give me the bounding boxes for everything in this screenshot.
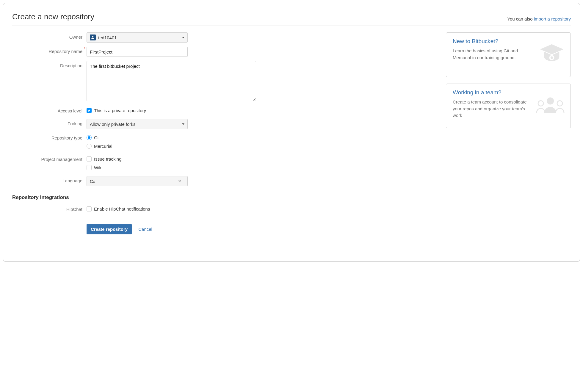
hipchat-checkbox-label: Enable HipChat notifications [94, 206, 150, 211]
create-repository-button[interactable]: Create repository [87, 224, 132, 234]
forking-select[interactable]: Allow only private forks [87, 119, 188, 129]
person-icon [90, 35, 96, 40]
import-repository-link[interactable]: import a repository [534, 16, 571, 21]
repo-type-git-radio[interactable] [87, 135, 92, 140]
hipchat-label: HipChat [12, 205, 87, 212]
owner-value: ted10401 [98, 35, 117, 40]
svg-point-1 [551, 57, 553, 59]
private-repo-checkbox-label: This is a private repository [94, 108, 146, 113]
import-hint-prefix: You can also [507, 16, 534, 21]
language-label: Language [12, 176, 87, 183]
svg-point-3 [538, 101, 543, 106]
description-textarea[interactable] [87, 61, 256, 101]
language-select[interactable]: C# ✕ [87, 176, 188, 186]
team-icon [535, 95, 565, 117]
graduation-cap-icon [538, 41, 565, 69]
project-management-label: Project management [12, 155, 87, 162]
create-repo-panel: Create a new repository You can also imp… [3, 3, 580, 262]
forking-value: Allow only private forks [90, 122, 135, 127]
panel-header: Create a new repository You can also imp… [12, 12, 571, 26]
hipchat-checkbox[interactable] [87, 206, 92, 211]
repo-name-label: Repository name [12, 47, 87, 54]
card-body: Create a team account to consolidate you… [453, 99, 527, 119]
access-level-label: Access level [12, 106, 87, 113]
page-title: Create a new repository [12, 12, 94, 21]
repo-type-mercurial-label: Mercurial [94, 144, 112, 149]
chevron-down-icon [182, 123, 184, 125]
description-label: Description [12, 61, 87, 68]
private-repo-checkbox[interactable] [87, 108, 92, 113]
owner-label: Owner [12, 32, 87, 40]
repo-type-mercurial-radio[interactable] [87, 144, 92, 149]
cancel-button[interactable]: Cancel [138, 227, 152, 232]
integrations-heading: Repository integrations [12, 195, 434, 200]
sidebar-column: New to Bitbucket? Learn the basics of us… [446, 32, 571, 135]
chevron-down-icon [182, 37, 184, 38]
repo-type-label: Repository type [12, 133, 87, 140]
language-value: C# [90, 179, 95, 184]
card-body: Learn the basics of using Git and Mercur… [453, 48, 527, 61]
issue-tracking-label: Issue tracking [94, 156, 122, 161]
svg-point-2 [547, 98, 554, 105]
repo-name-input[interactable] [87, 47, 188, 57]
forking-label: Forking [12, 119, 87, 126]
svg-point-4 [557, 101, 562, 106]
issue-tracking-checkbox[interactable] [87, 156, 92, 161]
import-hint: You can also import a repository [507, 16, 571, 21]
wiki-checkbox[interactable] [87, 165, 92, 170]
new-to-bitbucket-card[interactable]: New to Bitbucket? Learn the basics of us… [446, 32, 571, 77]
owner-select[interactable]: ted10401 [87, 32, 188, 43]
repo-type-git-label: Git [94, 135, 100, 140]
form-column: Owner ted10401 Repository name [12, 32, 434, 239]
wiki-label: Wiki [94, 165, 102, 170]
clear-icon[interactable]: ✕ [178, 179, 181, 184]
working-in-team-card[interactable]: Working in a team? Create a team account… [446, 84, 571, 128]
